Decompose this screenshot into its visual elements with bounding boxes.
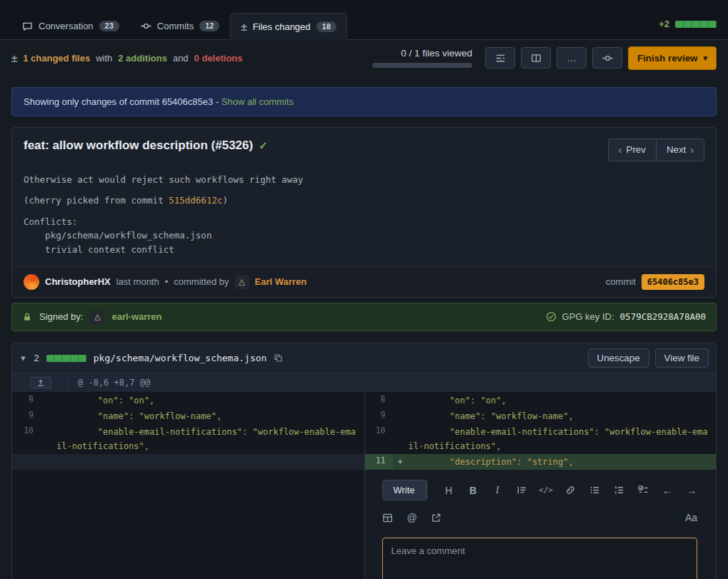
show-all-commits-link[interactable]: Show all commits	[221, 96, 294, 107]
mention-icon[interactable]: @	[407, 510, 418, 525]
left-line-number[interactable]: 8	[12, 393, 41, 408]
unescape-button[interactable]: Unescape	[588, 348, 649, 368]
conversation-icon	[22, 21, 33, 31]
files-viewed: 0 / 1 files viewed	[372, 48, 472, 68]
whitespace-options-button[interactable]	[485, 47, 515, 69]
committed-by-label: committed by	[174, 276, 229, 287]
link-icon[interactable]	[564, 483, 576, 498]
diff-icon: ±	[241, 21, 246, 32]
author-name-link[interactable]: ChristopherHX	[45, 276, 111, 287]
quote-icon[interactable]	[516, 483, 527, 498]
summary-with: with	[96, 53, 112, 64]
copy-path-icon[interactable]	[274, 353, 283, 363]
shield-check-icon	[546, 311, 557, 322]
table-icon[interactable]	[382, 510, 394, 525]
prev-commit-button[interactable]: ‹ Prev	[608, 139, 656, 161]
summary-and: and	[173, 53, 189, 64]
commit-body: Otherwise act would reject such workflow…	[12, 166, 716, 266]
tab-conversation[interactable]: Conversation 23	[11, 12, 130, 39]
pr-tab-bar: Conversation 23 Commits 12 ± Files chang…	[0, 0, 728, 40]
unescape-label: Unescape	[597, 353, 640, 363]
commit-conflict-note: trivial context conflict	[24, 243, 704, 256]
cherry-prefix: (cherry picked from commit	[24, 195, 169, 206]
italic-icon[interactable]: I	[492, 483, 503, 498]
right-line-number[interactable]: 8	[364, 393, 393, 408]
commit-conflict-file: pkg/schema/workflow_schema.json	[24, 228, 704, 242]
file-name[interactable]: pkg/schema/workflow_schema.json	[94, 353, 267, 363]
task-list-icon[interactable]	[637, 483, 649, 498]
right-line-number[interactable]: 10	[364, 424, 393, 454]
diff-file-icon: ±	[11, 52, 17, 64]
commit-filter-banner: Showing only changes of commit 65406c85e…	[11, 87, 717, 116]
file-additions-count: 2	[34, 353, 39, 363]
whitespace-icon	[495, 53, 506, 64]
code-icon[interactable]: </>	[540, 483, 552, 498]
right-line-number[interactable]: 9	[364, 408, 393, 424]
collapse-file-icon[interactable]: ▾	[19, 351, 27, 365]
left-code-cell: "enable-email-notifications": "workflow-…	[41, 424, 364, 454]
commit-conflicts-header: Conflicts:	[24, 215, 704, 228]
commit-icon	[141, 21, 151, 31]
bold-icon[interactable]: B	[467, 483, 479, 498]
cherry-commit-link[interactable]: 515dd6612c	[169, 195, 222, 206]
commit-icon	[602, 53, 613, 64]
commit-time: last month	[116, 276, 159, 287]
right-line-number[interactable]: 11	[364, 454, 393, 470]
signed-banner: Signed by: △ earl-warren GPG key ID: 057…	[11, 303, 717, 331]
finish-review-button[interactable]: Finish review ▾	[628, 46, 717, 70]
tab-conversation-count: 23	[99, 21, 119, 31]
markdown-toolbar-secondary: @ Aa	[382, 510, 698, 525]
diffstat-bar	[675, 21, 717, 28]
tab-files-changed[interactable]: ± Files changed 18	[230, 13, 346, 40]
tab-conversation-label: Conversation	[39, 21, 94, 31]
hunk-gutter	[12, 373, 69, 392]
redo-icon[interactable]: →	[686, 483, 697, 498]
tab-preview[interactable]: Preview	[427, 480, 427, 500]
browse-commits-button[interactable]	[592, 47, 622, 69]
diff-summary-text: ± 1 changed files with 2 additions and 0…	[11, 52, 243, 64]
diff-toolbar: 0 / 1 files viewed … Finish review ▾	[372, 46, 717, 70]
view-file-button[interactable]: View file	[655, 348, 709, 368]
expand-hunk-button[interactable]	[30, 377, 51, 388]
diff-line-row: 9 "name": "workflow-name", 9 "name": "wo…	[12, 408, 716, 424]
tab-commits-label: Commits	[157, 21, 194, 31]
heading-icon[interactable]: H	[443, 483, 454, 498]
split-view-icon	[531, 53, 542, 64]
diff-options-button[interactable]: …	[557, 47, 587, 69]
commit-label: commit	[606, 276, 636, 287]
lock-icon	[22, 312, 32, 322]
signer-avatar[interactable]: △	[90, 310, 104, 324]
ordered-list-icon[interactable]	[613, 483, 624, 498]
comment-textarea[interactable]	[382, 538, 698, 579]
ellipsis-icon: …	[566, 51, 577, 65]
signed-by-label: Signed by:	[39, 311, 83, 322]
tab-commits[interactable]: Commits 12	[130, 12, 231, 39]
left-line-number[interactable]: 9	[12, 408, 41, 424]
author-avatar[interactable]	[24, 274, 39, 290]
left-line-number[interactable]: 10	[12, 424, 41, 454]
signer-name-link[interactable]: earl-warren	[111, 311, 161, 322]
font-size-toggle[interactable]: Aa	[685, 510, 697, 525]
changed-files-link[interactable]: 1 changed files	[23, 53, 90, 64]
undo-icon[interactable]: ←	[662, 483, 673, 498]
hunk-header-text: @ -8,6 +8,7 @@	[69, 373, 150, 392]
tab-files-count: 18	[316, 21, 336, 32]
prev-label: Prev	[627, 145, 646, 154]
empty-diff-area	[12, 470, 364, 579]
diff-bottom-row: Write Preview H B I </>	[12, 470, 716, 579]
reference-icon[interactable]	[431, 510, 442, 525]
commit-title-text: feat: allow workflow description (#5326)	[24, 139, 253, 153]
tab-commits-count: 12	[199, 21, 219, 31]
unordered-list-icon[interactable]	[589, 483, 600, 498]
committer-name-link[interactable]: Earl Warren	[255, 276, 307, 287]
right-code-cell: "name": "workflow-name",	[393, 408, 717, 424]
left-code-cell: "name": "workflow-name",	[41, 408, 364, 424]
committer-avatar[interactable]: △	[235, 275, 249, 289]
next-commit-button[interactable]: Next ›	[656, 139, 704, 161]
ci-success-icon[interactable]: ✓	[259, 139, 268, 152]
diff-added-row: 11 + "description": "string",	[12, 454, 716, 470]
commit-hash-badge[interactable]: 65406c85e3	[642, 274, 704, 290]
file-diff-header: ▾ 2 pkg/schema/workflow_schema.json Unes…	[12, 343, 716, 373]
split-view-button[interactable]	[521, 47, 551, 69]
tab-write[interactable]: Write	[383, 480, 427, 500]
